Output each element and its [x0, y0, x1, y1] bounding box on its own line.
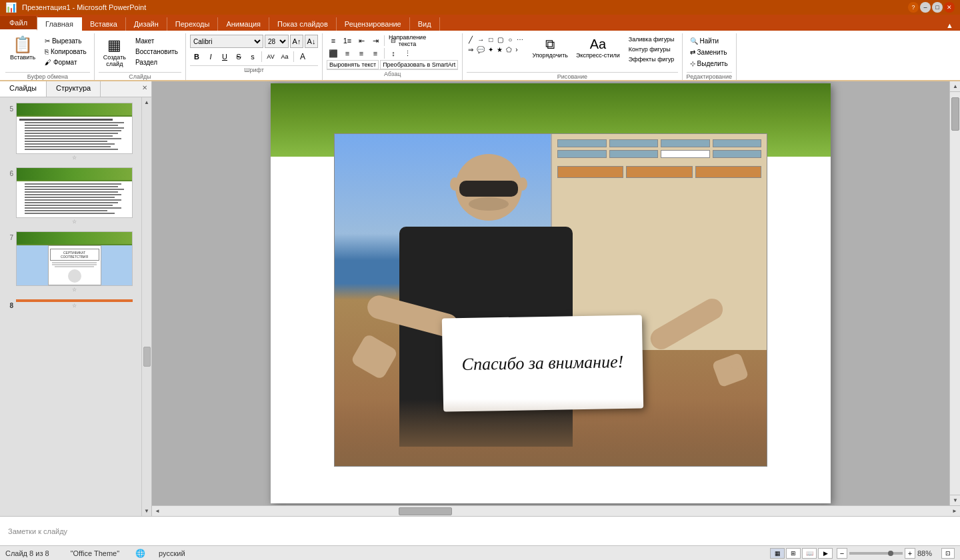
close-button[interactable]: ✕	[944, 2, 955, 13]
shape-effects-button[interactable]: Эффекты фигур	[625, 55, 678, 64]
italic-button[interactable]: I	[204, 51, 217, 63]
tab-review[interactable]: Рецензирование	[337, 17, 410, 31]
panel-scrollbar[interactable]: ▲ ▼	[141, 97, 151, 516]
scroll-right-button[interactable]: ►	[949, 506, 960, 517]
star-tool[interactable]: ★	[495, 45, 504, 54]
tab-insert[interactable]: Вставка	[82, 17, 126, 31]
slide-sorter-button[interactable]: ⊞	[786, 548, 801, 559]
section-button[interactable]: Раздел	[132, 57, 181, 67]
new-slide-button[interactable]: ▦ Создать слайд	[99, 33, 131, 69]
tab-transitions[interactable]: Переходы	[167, 17, 219, 31]
smartart-button[interactable]: Преобразовать в SmartArt	[380, 60, 458, 69]
layout-button[interactable]: Макет	[132, 36, 181, 46]
help-button[interactable]: ?	[908, 2, 919, 13]
h-scroll-thumb[interactable]	[399, 507, 452, 515]
line-tool[interactable]: ╱	[467, 35, 475, 45]
scroll-left-button[interactable]: ◄	[152, 506, 163, 517]
shadow-button[interactable]: s	[246, 51, 259, 63]
right-scrollbar[interactable]: ▲ ▼	[949, 81, 960, 505]
tab-view[interactable]: Вид	[410, 17, 440, 31]
slide-thumb-8[interactable]: Спасибо завнимание!	[16, 299, 133, 302]
rounded-rect-tool[interactable]: ▢	[495, 35, 505, 45]
bullets-button[interactable]: ≡	[327, 35, 340, 47]
callout-tool[interactable]: 💬	[475, 45, 486, 54]
increase-indent-button[interactable]: ⇥	[369, 35, 382, 47]
underline-button[interactable]: U	[218, 51, 231, 63]
ribbon-collapse-icon[interactable]: ▲	[942, 20, 957, 31]
tab-structure[interactable]: Структура	[47, 81, 101, 97]
shape-fill-button[interactable]: Заливка фигуры	[625, 35, 678, 44]
zoom-slider[interactable]	[849, 552, 903, 555]
reading-view-button[interactable]: 📖	[802, 548, 817, 559]
arrow-tool[interactable]: →	[475, 35, 486, 45]
zoom-out-button[interactable]: −	[837, 548, 847, 559]
cut-button[interactable]: ✂ Вырезать	[41, 36, 90, 46]
slide-thumb-7[interactable]: СЕРТИФИКАТ СООТВЕТСТВИЯ	[16, 231, 133, 286]
paste-button[interactable]: 📋 Вставить	[5, 33, 40, 63]
align-left-button[interactable]: ⬛	[327, 47, 340, 59]
format-painter-button[interactable]: 🖌 Формат	[41, 57, 90, 67]
panel-scroll-thumb[interactable]	[143, 347, 151, 367]
tab-design[interactable]: Дизайн	[126, 17, 167, 31]
bottom-scrollbar[interactable]: ◄ ►	[152, 505, 960, 516]
slide-thumb-5[interactable]	[16, 103, 133, 154]
strikethrough-button[interactable]: S	[232, 51, 245, 63]
justify-button[interactable]: ≡	[369, 47, 382, 59]
chevron-tool[interactable]: ›	[514, 45, 519, 54]
minimize-button[interactable]: –	[920, 2, 931, 13]
font-size-select[interactable]: 28	[265, 35, 289, 48]
slide-thumb-6[interactable]	[16, 167, 133, 218]
font-color-button[interactable]: A	[296, 51, 309, 63]
scroll-down-button[interactable]: ▼	[950, 495, 960, 505]
find-button[interactable]: 🔍 Найти	[687, 36, 733, 46]
more-shapes-tool[interactable]: ⋯	[515, 35, 525, 45]
fit-to-window-button[interactable]: ⊡	[941, 548, 955, 559]
slide-item-8[interactable]: 8	[3, 298, 149, 311]
tab-animation[interactable]: Анимация	[218, 17, 269, 31]
slideshow-view-button[interactable]: ▶	[818, 548, 833, 559]
slide-item-7[interactable]: 7 СЕРТИФИКАТ СООТВЕТСТВИЯ	[3, 230, 149, 294]
tab-home[interactable]: Главная	[37, 17, 82, 31]
change-case-button[interactable]: Aa	[278, 51, 291, 63]
star4-tool[interactable]: ✦	[487, 45, 495, 54]
replace-button[interactable]: ⇄ Заменить	[687, 47, 733, 57]
line-spacing-button[interactable]: ↕	[387, 47, 400, 59]
tab-slideshow[interactable]: Показ слайдов	[269, 17, 337, 31]
select-button[interactable]: ⊹ Выделить	[687, 59, 733, 69]
decrease-font-button[interactable]: A↓	[305, 35, 318, 48]
tab-file[interactable]: Файл	[0, 16, 37, 31]
panel-close-button[interactable]: ✕	[138, 81, 151, 97]
copy-button[interactable]: ⎘ Копировать	[41, 47, 90, 57]
bold-button[interactable]: B	[190, 51, 203, 63]
normal-view-button[interactable]: ▦	[770, 548, 785, 559]
align-right-button[interactable]: ≡	[355, 47, 368, 59]
align-center-button[interactable]: ≡	[341, 47, 354, 59]
slide-item-6[interactable]: 6	[3, 166, 149, 226]
panel-scroll-down[interactable]: ▼	[142, 506, 152, 516]
numbering-button[interactable]: 1≡	[341, 35, 354, 47]
tab-slides[interactable]: Слайды	[0, 81, 47, 97]
decrease-indent-button[interactable]: ⇤	[355, 35, 368, 47]
reset-button[interactable]: Восстановить	[132, 47, 181, 57]
columns-button[interactable]: ⋮	[401, 47, 414, 59]
shape-outline-button[interactable]: Контур фигуры	[625, 45, 678, 54]
right-arrow-tool[interactable]: ⇒	[467, 45, 475, 54]
slide-canvas[interactable]: Спасибо за внимание!	[271, 83, 831, 503]
zoom-level[interactable]: 88%	[917, 549, 937, 557]
align-text-button[interactable]: Выровнять текст	[327, 60, 379, 69]
arrange-button[interactable]: ⧉ Упорядочить	[529, 35, 571, 64]
slide-item-5[interactable]: 5	[3, 101, 149, 162]
pentagon-tool[interactable]: ⬠	[505, 45, 513, 54]
text-direction-button[interactable]: Направление текста	[401, 35, 414, 47]
rect-tool[interactable]: □	[487, 35, 495, 45]
quick-styles-button[interactable]: Aa Экспресс-стили	[573, 35, 623, 64]
oval-tool[interactable]: ○	[506, 35, 514, 45]
increase-font-button[interactable]: A↑	[290, 35, 303, 48]
notes-placeholder[interactable]: Заметки к слайду	[8, 527, 67, 535]
zoom-slider-thumb[interactable]	[888, 551, 893, 556]
scroll-up-button[interactable]: ▲	[950, 81, 960, 92]
char-spacing-button[interactable]: AV	[264, 51, 277, 63]
panel-scroll-up[interactable]: ▲	[142, 97, 152, 107]
font-name-select[interactable]: Calibri	[190, 35, 263, 48]
zoom-in-button[interactable]: +	[905, 548, 915, 559]
